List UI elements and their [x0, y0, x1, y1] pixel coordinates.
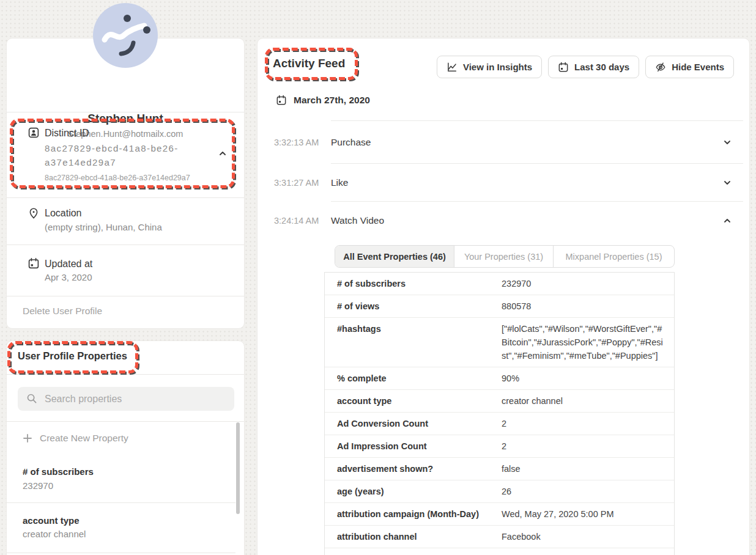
date-range-button[interactable]: Last 30 days [548, 56, 639, 78]
property-value: Wed, May 27, 2020 5:00 PM [502, 507, 674, 521]
event-row[interactable]: 3:24:14 AM Watch Video [331, 201, 743, 239]
divider [7, 112, 244, 112]
plus-icon [23, 433, 32, 443]
event-detail-panel: All Event Properties (46) Your Propertie… [324, 245, 675, 555]
property-item-name[interactable]: account type [23, 515, 80, 526]
delete-user-profile-button[interactable]: Delete User Profile [23, 306, 102, 317]
calendar-icon [28, 257, 40, 270]
divider [7, 553, 235, 553]
properties-title: User Profile Properties [18, 350, 127, 362]
event-time: 3:24:14 AM [274, 216, 328, 226]
property-key: # of subscribers [325, 277, 502, 290]
event-name: Like [331, 177, 348, 188]
event-name: Watch Video [331, 215, 384, 226]
search-icon [26, 393, 37, 404]
date-header: March 27th, 2020 [276, 95, 370, 106]
property-item-name[interactable]: # of subscribers [23, 466, 94, 477]
tab-all-event-properties[interactable]: All Event Properties (46) [335, 246, 454, 267]
table-row: Ad Impression Count2 [325, 435, 674, 458]
chevron-up-icon[interactable] [722, 216, 732, 226]
location-label: Location [45, 207, 82, 219]
user-profile-card: Stephen Hunt Stephen.Hunt@hotmailx.com D… [6, 38, 245, 329]
mixpanel-user-profile-page: { "colors": { "annotation_red": "#f4523e… [0, 0, 756, 555]
location-value: (empty string), Hunan, China [45, 221, 162, 233]
view-in-insights-label: View in Insights [463, 62, 532, 72]
property-key: % complete [325, 372, 502, 385]
divider [7, 374, 244, 375]
line-chart-icon [447, 62, 458, 73]
event-properties-tabs: All Event Properties (46) Your Propertie… [335, 245, 675, 268]
table-row: attribution campaign (Month-Day)Wed, May… [325, 503, 674, 526]
table-row: # of subscribers232970 [325, 273, 674, 295]
property-item-value: creator channel [23, 529, 86, 539]
table-row: % complete90% [325, 367, 674, 390]
event-name: Purchase [331, 137, 371, 148]
property-value: 2 [502, 439, 674, 453]
property-key: # of views [325, 300, 502, 313]
divider [7, 296, 244, 296]
user-avatar [93, 3, 158, 68]
distinct-id-label: Distinct ID [45, 127, 89, 139]
updated-at-label: Updated at [45, 258, 92, 270]
activity-feed-title: Activity Feed [273, 57, 345, 70]
distinct-id-value: 8ac27829-ebcd-41a8-be26-a37e14ed29a7 [45, 141, 198, 169]
property-key: attribution channel [325, 530, 502, 543]
date-header-label: March 27th, 2020 [294, 95, 370, 106]
property-value: creator channel [502, 394, 674, 408]
property-key: age (years) [325, 485, 502, 498]
hide-events-button[interactable]: Hide Events [645, 56, 734, 78]
calendar-icon [276, 95, 287, 106]
table-row: advertisement shown?false [325, 458, 674, 480]
event-row[interactable]: 3:32:13 AM Purchase [331, 120, 743, 163]
table-row: attribution channelFacebook [325, 526, 674, 548]
user-profile-properties-card: User Profile Properties Create New Prope… [6, 340, 245, 555]
tab-mixpanel-properties[interactable]: Mixpanel Properties (15) [554, 246, 674, 267]
activity-feed-card: Activity Feed View in Insights Last 30 d… [257, 38, 750, 555]
create-new-property-label: Create New Property [40, 433, 128, 444]
date-range-label: Last 30 days [574, 62, 629, 72]
view-in-insights-button[interactable]: View in Insights [437, 56, 542, 78]
calendar-icon [558, 62, 569, 73]
property-value: 880578 [502, 300, 674, 313]
event-time: 3:32:13 AM [274, 138, 328, 147]
feed-toolbar: View in Insights Last 30 days Hide Event… [437, 56, 734, 78]
property-item-value: 232970 [23, 480, 53, 491]
table-row: age (years)26 [325, 480, 674, 503]
chevron-up-icon[interactable] [218, 149, 228, 158]
property-value: 26 [502, 485, 674, 498]
property-key: advertisement shown? [325, 462, 502, 476]
eye-slash-icon [655, 62, 666, 73]
create-new-property-button[interactable]: Create New Property [23, 433, 128, 444]
table-row: Ad Conversion Count2 [325, 413, 674, 435]
distinct-id-subvalue: 8ac27829-ebcd-41a8-be26-a37e14ed29a7 [45, 174, 190, 182]
events-list: 3:32:13 AM Purchase 3:31:27 AM Like 3:24… [331, 120, 743, 239]
contact-badge-icon [28, 127, 40, 139]
property-value: 232970 [502, 277, 674, 290]
divider [7, 421, 244, 422]
property-value: 90% [502, 372, 674, 385]
property-key: #hashtags [325, 322, 502, 362]
event-time: 3:31:27 AM [274, 178, 328, 188]
tab-your-properties[interactable]: Your Properties (31) [454, 246, 554, 267]
search-properties-input[interactable] [45, 387, 228, 411]
table-row: #hashtags["#lolCats","#Wilson","#WorstGi… [325, 318, 674, 367]
property-key: attribution campaign (Month-Day) [325, 507, 502, 521]
table-row: # of views880578 [325, 295, 674, 318]
table-row: account typecreator channel [325, 390, 674, 413]
property-key: Ad Impression Count [325, 439, 502, 453]
search-properties-box [18, 387, 234, 411]
map-pin-icon [28, 207, 40, 219]
chevron-down-icon[interactable] [722, 178, 732, 188]
divider [7, 197, 244, 198]
user-email: Stephen.Hunt@hotmailx.com [7, 129, 244, 139]
chevron-down-icon[interactable] [722, 138, 732, 147]
updated-at-value: Apr 3, 2020 [45, 271, 92, 284]
hide-events-label: Hide Events [672, 62, 724, 72]
property-value: ["#lolCats","#Wilson","#WorstGiftEver","… [502, 322, 674, 362]
user-name: Stephen Hunt [7, 112, 244, 125]
event-row[interactable]: 3:31:27 AM Like [331, 163, 743, 201]
property-key: account type [325, 394, 502, 408]
property-key: Ad Conversion Count [325, 417, 502, 430]
properties-scrollbar[interactable] [236, 422, 240, 514]
divider [7, 502, 235, 503]
